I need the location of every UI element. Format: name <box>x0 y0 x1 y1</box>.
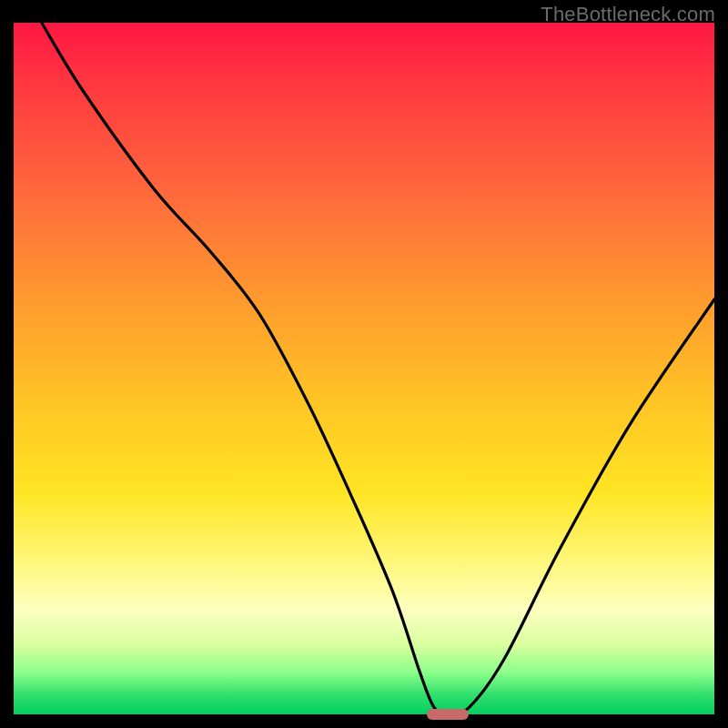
plot-area <box>14 23 714 714</box>
curve-path <box>42 23 714 714</box>
bottleneck-curve <box>14 23 714 714</box>
optimum-marker <box>427 709 469 720</box>
chart-frame: TheBottleneck.com <box>0 0 728 728</box>
